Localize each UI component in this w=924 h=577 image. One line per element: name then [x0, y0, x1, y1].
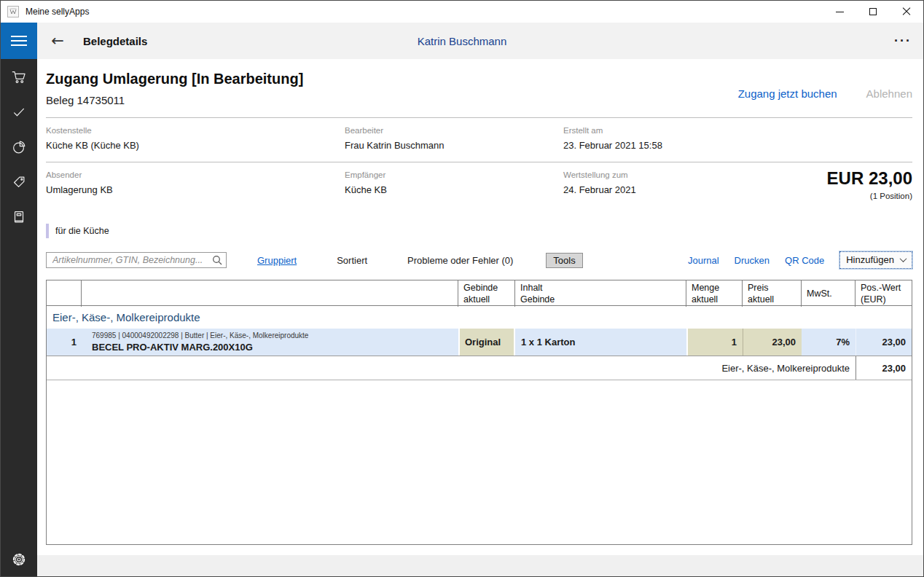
sidebar-item-reports[interactable]: [10, 138, 28, 156]
sorted-toggle[interactable]: Sortiert: [337, 255, 367, 266]
add-button-label: Hinzufügen: [846, 254, 894, 265]
journal-link[interactable]: Journal: [688, 255, 719, 266]
field-empfaenger: Empfänger Küche KB: [345, 168, 563, 196]
search-icon: [212, 255, 222, 267]
reject-link[interactable]: Ablehnen: [866, 87, 912, 100]
note-text: für die Küche: [55, 226, 109, 236]
items-toolbar: Gruppiert Sortiert Probleme oder Fehler …: [46, 251, 912, 269]
window-title: Meine sellyApps: [26, 7, 89, 17]
cell-inhalt: 1 x 1 Karton: [515, 329, 686, 356]
qr-code-link[interactable]: QR Code: [785, 255, 824, 266]
problems-link[interactable]: Probleme oder Fehler (0): [407, 255, 513, 266]
group-subtotal-row: Eier-, Käse-, Molkereiprodukte 23,00: [47, 356, 912, 380]
page-title: Belegdetails: [83, 35, 147, 47]
document-total: EUR 23,00 (1 Position): [827, 168, 912, 200]
minimize-button[interactable]: [823, 1, 856, 23]
grouped-toggle[interactable]: Gruppiert: [257, 255, 297, 266]
maximize-icon: [869, 8, 877, 15]
book-now-link[interactable]: Zugang jetzt buchen: [738, 87, 837, 100]
header-inhalt: InhaltGebinde: [515, 280, 686, 307]
cell-gebinde[interactable]: Original: [458, 329, 515, 356]
header-mwst: MwSt.: [802, 280, 856, 307]
items-table: Gebindeaktuell InhaltGebinde Mengeaktuel…: [46, 280, 912, 545]
header-poswert: Pos.-Wert(EUR): [856, 280, 912, 307]
cell-menge[interactable]: 1: [686, 329, 743, 356]
footer-strip: [37, 555, 923, 576]
fields-row-2: Absender Umlagerung KB Empfänger Küche K…: [46, 162, 912, 206]
check-icon: [11, 104, 27, 120]
sidebar-item-settings[interactable]: [10, 551, 28, 568]
chevron-down-icon: [900, 255, 907, 262]
field-absender: Absender Umlagerung KB: [46, 168, 345, 196]
more-options-button[interactable]: ···: [894, 34, 912, 49]
maximize-button[interactable]: [856, 1, 890, 23]
sidebar-nav: [1, 59, 37, 576]
app-header: ← Belegdetails Katrin Buschmann ···: [1, 23, 923, 59]
app-window: Meine sellyApps ← Belegdetails Katrin Bu…: [0, 0, 924, 577]
table-empty-area: [47, 380, 912, 544]
subtotal-value: 23,00: [856, 356, 912, 380]
field-bearbeiter: Bearbeiter Frau Katrin Buschmann: [345, 124, 563, 152]
document-title: Zugang Umlagerung [In Bearbeitung]: [46, 70, 912, 87]
app-logo-icon: [7, 6, 19, 17]
sidebar-item-approvals[interactable]: [10, 103, 28, 121]
cell-mwst: 7%: [802, 329, 856, 356]
header-article: [82, 280, 458, 307]
subtotal-label: Eier-, Käse-, Molkereiprodukte: [47, 356, 856, 380]
header-gebinde: Gebindeaktuell: [458, 280, 515, 307]
table-header-row: Gebindeaktuell InhaltGebinde Mengeaktuel…: [47, 280, 912, 306]
book-icon: [11, 209, 27, 225]
close-icon: [902, 7, 911, 16]
fields-row-1: Kostenstelle Küche KB (Küche KB) Bearbei…: [46, 118, 912, 162]
pie-chart-icon: [11, 139, 27, 155]
cell-preis[interactable]: 23,00: [743, 329, 802, 356]
search-box: [46, 252, 227, 268]
current-user-label[interactable]: Katrin Buschmann: [418, 35, 507, 47]
field-kostenstelle: Kostenstelle Küche KB (Küche KB): [46, 124, 345, 152]
hamburger-icon: [11, 36, 27, 37]
title-bar: Meine sellyApps: [1, 1, 923, 23]
back-button[interactable]: ←: [45, 34, 70, 49]
hamburger-menu-button[interactable]: [1, 23, 37, 59]
header-rownum: [47, 280, 82, 307]
tools-button[interactable]: Tools: [546, 253, 582, 268]
total-amount: EUR 23,00: [827, 168, 912, 189]
sidebar-item-labels[interactable]: [10, 173, 28, 191]
close-button[interactable]: [890, 1, 923, 23]
sidebar-item-cart[interactable]: [10, 68, 28, 86]
cart-icon: [11, 69, 27, 85]
tag-icon: [11, 174, 27, 190]
sidebar-item-catalog[interactable]: [10, 208, 28, 226]
total-positions: (1 Position): [827, 192, 912, 200]
article-meta: 769985 | 04000492002298 | Butter | Eier-…: [92, 331, 308, 340]
field-erstellt-am: Erstellt am 23. Februar 2021 15:58: [563, 124, 912, 152]
print-link[interactable]: Drucken: [735, 255, 770, 266]
document-note: für die Küche: [46, 224, 912, 238]
article-description: 769985 | 04000492002298 | Butter | Eier-…: [82, 329, 458, 356]
note-accent-bar: [46, 224, 49, 238]
table-row[interactable]: 1 769985 | 04000492002298 | Butter | Eie…: [47, 329, 912, 356]
search-input[interactable]: [46, 252, 227, 268]
cell-poswert: 23,00: [856, 329, 912, 356]
group-header: Eier-, Käse-, Molkereiprodukte: [47, 306, 912, 329]
window-controls: [823, 1, 923, 23]
main-panel: Zugang Umlagerung [In Bearbeitung] Beleg…: [37, 59, 923, 576]
document-header: Zugang Umlagerung [In Bearbeitung] Beleg…: [46, 70, 912, 107]
add-button[interactable]: Hinzufügen: [839, 251, 912, 269]
header-preis: Preisaktuell: [743, 280, 802, 307]
header-menge: Mengeaktuell: [686, 280, 743, 307]
row-index: 1: [47, 329, 82, 356]
gear-icon: [11, 552, 27, 568]
minimize-icon: [836, 12, 844, 12]
article-name: BECEL PRO-AKTIV MARG.200X10G: [92, 342, 253, 353]
back-arrow-icon: ←: [51, 32, 64, 50]
